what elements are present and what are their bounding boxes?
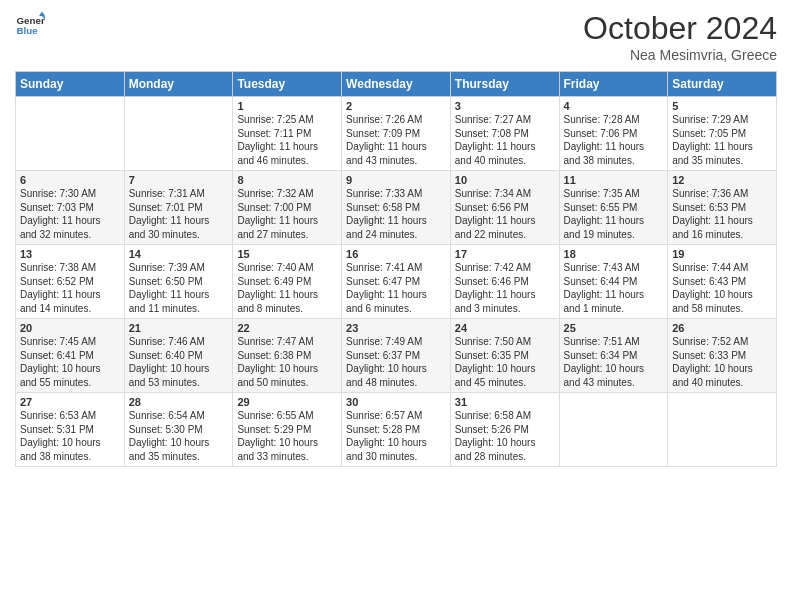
day-header-saturday: Saturday: [668, 72, 777, 97]
calendar-cell: 2Sunrise: 7:26 AM Sunset: 7:09 PM Daylig…: [342, 97, 451, 171]
day-info: Sunrise: 6:55 AM Sunset: 5:29 PM Dayligh…: [237, 409, 337, 463]
day-info: Sunrise: 7:27 AM Sunset: 7:08 PM Dayligh…: [455, 113, 555, 167]
day-number: 5: [672, 100, 772, 112]
day-number: 13: [20, 248, 120, 260]
day-number: 22: [237, 322, 337, 334]
calendar-cell: 11Sunrise: 7:35 AM Sunset: 6:55 PM Dayli…: [559, 171, 668, 245]
calendar-cell: 23Sunrise: 7:49 AM Sunset: 6:37 PM Dayli…: [342, 319, 451, 393]
day-number: 24: [455, 322, 555, 334]
day-info: Sunrise: 7:30 AM Sunset: 7:03 PM Dayligh…: [20, 187, 120, 241]
calendar-week-row: 6Sunrise: 7:30 AM Sunset: 7:03 PM Daylig…: [16, 171, 777, 245]
day-number: 17: [455, 248, 555, 260]
calendar-cell: 3Sunrise: 7:27 AM Sunset: 7:08 PM Daylig…: [450, 97, 559, 171]
day-number: 1: [237, 100, 337, 112]
day-number: 30: [346, 396, 446, 408]
day-number: 21: [129, 322, 229, 334]
calendar-cell: 27Sunrise: 6:53 AM Sunset: 5:31 PM Dayli…: [16, 393, 125, 467]
calendar-cell: [668, 393, 777, 467]
day-info: Sunrise: 7:52 AM Sunset: 6:33 PM Dayligh…: [672, 335, 772, 389]
day-number: 15: [237, 248, 337, 260]
day-number: 3: [455, 100, 555, 112]
day-number: 31: [455, 396, 555, 408]
day-info: Sunrise: 7:41 AM Sunset: 6:47 PM Dayligh…: [346, 261, 446, 315]
calendar-cell: 13Sunrise: 7:38 AM Sunset: 6:52 PM Dayli…: [16, 245, 125, 319]
day-info: Sunrise: 6:54 AM Sunset: 5:30 PM Dayligh…: [129, 409, 229, 463]
day-number: 11: [564, 174, 664, 186]
day-info: Sunrise: 7:33 AM Sunset: 6:58 PM Dayligh…: [346, 187, 446, 241]
calendar-cell: 7Sunrise: 7:31 AM Sunset: 7:01 PM Daylig…: [124, 171, 233, 245]
calendar-cell: [124, 97, 233, 171]
calendar-cell: 25Sunrise: 7:51 AM Sunset: 6:34 PM Dayli…: [559, 319, 668, 393]
calendar-cell: 20Sunrise: 7:45 AM Sunset: 6:41 PM Dayli…: [16, 319, 125, 393]
day-info: Sunrise: 7:35 AM Sunset: 6:55 PM Dayligh…: [564, 187, 664, 241]
calendar-cell: 30Sunrise: 6:57 AM Sunset: 5:28 PM Dayli…: [342, 393, 451, 467]
day-info: Sunrise: 7:40 AM Sunset: 6:49 PM Dayligh…: [237, 261, 337, 315]
calendar-cell: 12Sunrise: 7:36 AM Sunset: 6:53 PM Dayli…: [668, 171, 777, 245]
page-title: October 2024: [583, 10, 777, 47]
day-info: Sunrise: 7:44 AM Sunset: 6:43 PM Dayligh…: [672, 261, 772, 315]
logo-icon: General Blue: [15, 10, 45, 40]
day-info: Sunrise: 7:32 AM Sunset: 7:00 PM Dayligh…: [237, 187, 337, 241]
day-info: Sunrise: 7:46 AM Sunset: 6:40 PM Dayligh…: [129, 335, 229, 389]
calendar-cell: 8Sunrise: 7:32 AM Sunset: 7:00 PM Daylig…: [233, 171, 342, 245]
calendar-cell: 31Sunrise: 6:58 AM Sunset: 5:26 PM Dayli…: [450, 393, 559, 467]
calendar-cell: 6Sunrise: 7:30 AM Sunset: 7:03 PM Daylig…: [16, 171, 125, 245]
day-header-wednesday: Wednesday: [342, 72, 451, 97]
calendar-cell: 15Sunrise: 7:40 AM Sunset: 6:49 PM Dayli…: [233, 245, 342, 319]
calendar-week-row: 13Sunrise: 7:38 AM Sunset: 6:52 PM Dayli…: [16, 245, 777, 319]
logo: General Blue: [15, 10, 45, 40]
day-info: Sunrise: 7:47 AM Sunset: 6:38 PM Dayligh…: [237, 335, 337, 389]
day-number: 27: [20, 396, 120, 408]
svg-text:Blue: Blue: [17, 25, 39, 36]
day-info: Sunrise: 7:26 AM Sunset: 7:09 PM Dayligh…: [346, 113, 446, 167]
day-info: Sunrise: 7:25 AM Sunset: 7:11 PM Dayligh…: [237, 113, 337, 167]
svg-marker-2: [39, 12, 45, 17]
day-info: Sunrise: 7:28 AM Sunset: 7:06 PM Dayligh…: [564, 113, 664, 167]
page-header: General Blue October 2024 Nea Mesimvria,…: [15, 10, 777, 63]
day-info: Sunrise: 7:36 AM Sunset: 6:53 PM Dayligh…: [672, 187, 772, 241]
calendar-cell: 5Sunrise: 7:29 AM Sunset: 7:05 PM Daylig…: [668, 97, 777, 171]
day-number: 6: [20, 174, 120, 186]
day-number: 10: [455, 174, 555, 186]
calendar-cell: 16Sunrise: 7:41 AM Sunset: 6:47 PM Dayli…: [342, 245, 451, 319]
day-number: 8: [237, 174, 337, 186]
day-info: Sunrise: 7:39 AM Sunset: 6:50 PM Dayligh…: [129, 261, 229, 315]
day-info: Sunrise: 6:58 AM Sunset: 5:26 PM Dayligh…: [455, 409, 555, 463]
day-number: 7: [129, 174, 229, 186]
day-header-monday: Monday: [124, 72, 233, 97]
page-subtitle: Nea Mesimvria, Greece: [583, 47, 777, 63]
calendar-cell: 18Sunrise: 7:43 AM Sunset: 6:44 PM Dayli…: [559, 245, 668, 319]
day-number: 18: [564, 248, 664, 260]
calendar-cell: [16, 97, 125, 171]
day-number: 25: [564, 322, 664, 334]
day-info: Sunrise: 6:57 AM Sunset: 5:28 PM Dayligh…: [346, 409, 446, 463]
title-block: October 2024 Nea Mesimvria, Greece: [583, 10, 777, 63]
day-number: 23: [346, 322, 446, 334]
calendar-table: SundayMondayTuesdayWednesdayThursdayFrid…: [15, 71, 777, 467]
day-header-tuesday: Tuesday: [233, 72, 342, 97]
calendar-cell: [559, 393, 668, 467]
calendar-cell: 28Sunrise: 6:54 AM Sunset: 5:30 PM Dayli…: [124, 393, 233, 467]
day-number: 12: [672, 174, 772, 186]
calendar-cell: 24Sunrise: 7:50 AM Sunset: 6:35 PM Dayli…: [450, 319, 559, 393]
day-number: 14: [129, 248, 229, 260]
day-info: Sunrise: 7:43 AM Sunset: 6:44 PM Dayligh…: [564, 261, 664, 315]
calendar-cell: 21Sunrise: 7:46 AM Sunset: 6:40 PM Dayli…: [124, 319, 233, 393]
day-info: Sunrise: 7:31 AM Sunset: 7:01 PM Dayligh…: [129, 187, 229, 241]
day-info: Sunrise: 7:34 AM Sunset: 6:56 PM Dayligh…: [455, 187, 555, 241]
day-info: Sunrise: 7:42 AM Sunset: 6:46 PM Dayligh…: [455, 261, 555, 315]
day-header-sunday: Sunday: [16, 72, 125, 97]
calendar-cell: 14Sunrise: 7:39 AM Sunset: 6:50 PM Dayli…: [124, 245, 233, 319]
day-number: 20: [20, 322, 120, 334]
page-container: General Blue October 2024 Nea Mesimvria,…: [0, 0, 792, 472]
calendar-week-row: 27Sunrise: 6:53 AM Sunset: 5:31 PM Dayli…: [16, 393, 777, 467]
day-info: Sunrise: 7:50 AM Sunset: 6:35 PM Dayligh…: [455, 335, 555, 389]
calendar-cell: 19Sunrise: 7:44 AM Sunset: 6:43 PM Dayli…: [668, 245, 777, 319]
day-number: 16: [346, 248, 446, 260]
calendar-header-row: SundayMondayTuesdayWednesdayThursdayFrid…: [16, 72, 777, 97]
day-header-thursday: Thursday: [450, 72, 559, 97]
svg-text:General: General: [17, 15, 46, 26]
day-info: Sunrise: 7:51 AM Sunset: 6:34 PM Dayligh…: [564, 335, 664, 389]
calendar-cell: 4Sunrise: 7:28 AM Sunset: 7:06 PM Daylig…: [559, 97, 668, 171]
day-number: 9: [346, 174, 446, 186]
